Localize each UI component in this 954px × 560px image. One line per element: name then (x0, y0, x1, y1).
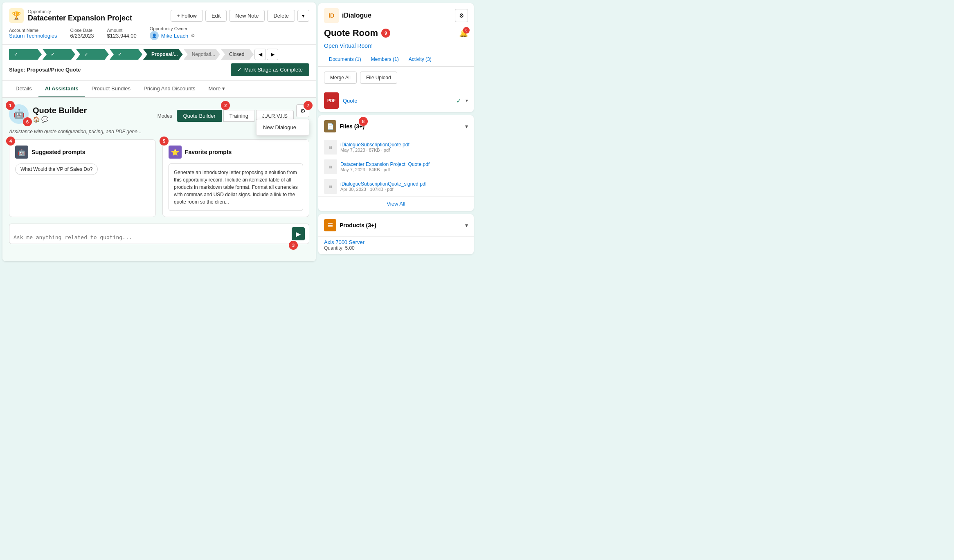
stage-chevron-2[interactable]: ✓ (43, 49, 75, 60)
more-dropdown-button[interactable]: ▾ (297, 10, 309, 22)
home-icon: 🏠 (33, 116, 40, 123)
idialogue-panel: iD iDialogue ⚙ Quote Room 9 🔔 0 Open Vir… (318, 3, 474, 112)
stage-chevron-closed[interactable]: Closed (221, 49, 254, 60)
annotation-badge-2: 2 (221, 101, 230, 110)
file-item-2: ▤ Datacenter Expansion Project_Quote.pdf… (318, 157, 474, 177)
files-collapse-button[interactable]: ▾ (465, 123, 468, 130)
file-link-2[interactable]: Datacenter Expansion Project_Quote.pdf (340, 161, 430, 167)
quote-builder-header: 1 🤖 6 Quote Builder 🏠 💬 2 (9, 104, 309, 124)
sub-tab-members[interactable]: Members (1) (366, 53, 404, 66)
new-note-button[interactable]: New Note (229, 10, 265, 22)
close-date-label: Close Date (70, 28, 94, 33)
ai-assistants-content: 1 🤖 6 Quote Builder 🏠 💬 2 (2, 98, 316, 261)
annotation-badge-1: 1 (6, 101, 15, 110)
account-name-label: Account Name (9, 28, 57, 33)
products-icon: ☰ (324, 219, 336, 231)
right-panel: iD iDialogue ⚙ Quote Room 9 🔔 0 Open Vir… (318, 3, 474, 277)
favorite-prompt-text[interactable]: Generate an introductory letter proposin… (169, 164, 303, 211)
quote-room-title: Quote Room (324, 28, 378, 38)
file-link-3[interactable]: iDialogueSubscriptionQuote_signed.pdf (340, 181, 427, 187)
products-collapse-button[interactable]: ▾ (465, 222, 468, 228)
checkmark-icon: ✓ (237, 67, 242, 73)
stage-next-button[interactable]: ▶ (267, 49, 278, 60)
tab-pricing-discounts[interactable]: Pricing And Discounts (137, 81, 202, 97)
suggested-prompt-chip[interactable]: What Would the VP of Sales Do? (15, 164, 98, 175)
file-item-3: ▤ iDialogueSubscriptionQuote_signed.pdf … (318, 177, 474, 196)
file-meta-3: Apr 30, 2023 · 107KB · pdf (340, 187, 427, 192)
file-link-1[interactable]: iDialogueSubscriptionQuote.pdf (340, 142, 410, 148)
owner-name[interactable]: Mike Leach (161, 33, 188, 39)
favorite-prompts-box: 5 ⭐ Favorite prompts Generate an introdu… (162, 139, 309, 217)
file-item-1: ▤ iDialogueSubscriptionQuote.pdf May 7, … (318, 137, 474, 157)
products-title: Products (3+) (340, 222, 376, 228)
stage-chevron-4[interactable]: ✓ (110, 49, 142, 60)
account-name-link[interactable]: Saturn Technologies (9, 33, 57, 39)
idialogue-action-buttons: Merge All File Upload (318, 67, 474, 89)
notification-bell-button[interactable]: 🔔 0 (459, 29, 468, 38)
delete-button[interactable]: Delete (267, 10, 295, 22)
sub-tab-documents[interactable]: Documents (1) (324, 53, 366, 66)
opportunity-name: Datacenter Expansion Project (28, 14, 132, 22)
chat-input-field[interactable] (14, 234, 288, 240)
product-name-1[interactable]: Axis 7000 Server (324, 239, 468, 245)
mark-complete-button[interactable]: ✓ Mark Stage as Complete (231, 63, 309, 76)
close-date-value: 6/23/2023 (70, 33, 94, 39)
annotation-badge-8: 8 (359, 117, 368, 126)
owner-settings-icon: ⚙ (191, 33, 195, 38)
pdf-icon: PDF (324, 92, 339, 109)
suggested-prompts-box: 4 🤖 Suggested prompts What Would the VP … (9, 139, 156, 217)
idialogue-settings-button[interactable]: ⚙ (455, 9, 468, 22)
suggested-prompts-icon: 🤖 (15, 146, 28, 159)
stage-chevron-1[interactable]: ✓ (9, 49, 42, 60)
quote-builder-name: Quote Builder (33, 106, 87, 115)
tab-more[interactable]: More ▾ (202, 81, 232, 97)
files-panel: 8 📄 Files (3+) ▾ ▤ iDialogueSubscription… (318, 115, 474, 211)
suggested-prompts-title: Suggested prompts (32, 149, 85, 155)
annotation-badge-3: 3 (289, 241, 298, 250)
owner-label: Opportunity Owner (150, 26, 195, 31)
send-button[interactable]: ▶ (292, 227, 305, 240)
chevron-down-icon: ▾ (222, 85, 225, 92)
opportunity-header: 🏆 Opportunity Datacenter Expansion Proje… (2, 2, 316, 45)
tab-ai-assistants[interactable]: AI Assistants (38, 81, 85, 97)
quantity-value: 5.00 (345, 245, 354, 251)
sub-tab-activity[interactable]: Activity (3) (404, 53, 436, 66)
follow-button[interactable]: + Follow (171, 10, 203, 22)
annotation-badge-5: 5 (160, 137, 169, 146)
annotation-badge-4: 4 (6, 137, 15, 146)
quote-builder-title-area: 1 🤖 6 Quote Builder 🏠 💬 (9, 104, 87, 124)
mode-training[interactable]: Training (223, 110, 254, 122)
products-panel: ☰ Products (3+) ▾ Axis 7000 Server Quant… (318, 214, 474, 254)
idialogue-title: iDialogue (342, 12, 371, 19)
stage-prev-button[interactable]: ◀ (254, 49, 266, 60)
opportunity-label: Opportunity (28, 9, 132, 14)
stage-chevrons: ✓ ✓ ✓ ✓ Proposal/... Negotiati... Closed… (9, 49, 278, 60)
stage-chevron-3[interactable]: ✓ (76, 49, 109, 60)
quote-doc-name[interactable]: Quote (343, 98, 357, 104)
quantity-label: Quantity: (324, 245, 344, 251)
merge-all-button[interactable]: Merge All (324, 72, 357, 84)
doc-dropdown-button[interactable]: ▾ (466, 98, 468, 103)
new-dialogue-item[interactable]: New Dialogue (256, 121, 309, 134)
stage-chevron-negotiation[interactable]: Negotiati... (184, 49, 220, 60)
edit-button[interactable]: Edit (205, 10, 227, 22)
file-thumb-1: ▤ (324, 140, 337, 155)
amount-value: $123,944.00 (107, 33, 136, 39)
stage-label: Stage: Proposal/Price Quote (9, 67, 81, 73)
file-thumb-2: ▤ (324, 159, 337, 174)
file-meta-2: May 7, 2023 · 64KB · pdf (340, 167, 430, 172)
opportunity-meta: Account Name Saturn Technologies Close D… (9, 26, 309, 40)
chat-icon: 💬 (41, 116, 48, 123)
view-all-link[interactable]: View All (318, 196, 474, 211)
mode-quote-builder[interactable]: Quote Builder (177, 110, 222, 122)
open-virtual-room-link[interactable]: Open Virtual Room (324, 43, 468, 49)
tab-details[interactable]: Details (9, 81, 38, 97)
stage-chevron-proposal[interactable]: Proposal/... (143, 49, 183, 60)
product-quantity-1: Quantity: 5.00 (324, 245, 468, 251)
file-meta-1: May 7, 2023 · 87KB · pdf (340, 148, 410, 152)
tab-product-bundles[interactable]: Product Bundles (85, 81, 137, 97)
file-upload-button[interactable]: File Upload (360, 72, 397, 84)
favorite-prompts-icon: ⭐ (169, 146, 182, 159)
idialogue-logo: iD (324, 8, 339, 23)
doc-check-icon: ✓ (456, 97, 461, 105)
